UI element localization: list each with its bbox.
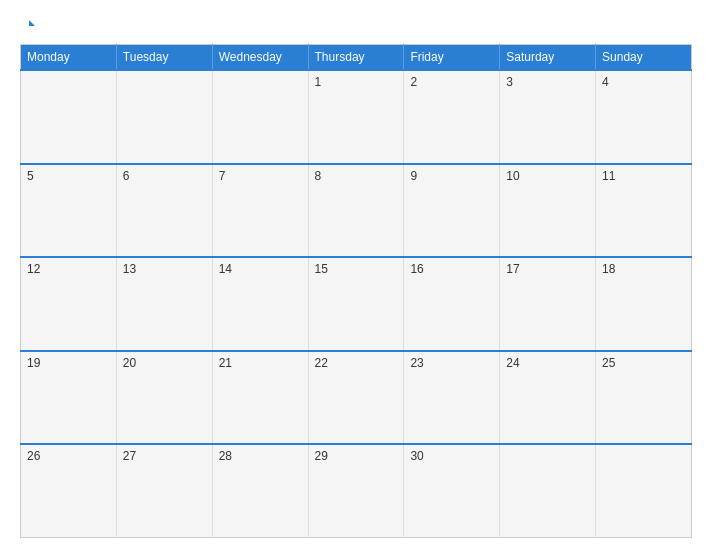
calendar-cell: 25	[596, 351, 692, 445]
day-number: 1	[315, 75, 322, 89]
calendar-cell: 9	[404, 164, 500, 258]
day-number: 8	[315, 169, 322, 183]
calendar-cell: 18	[596, 257, 692, 351]
calendar-cell	[212, 70, 308, 164]
day-number: 5	[27, 169, 34, 183]
day-number: 29	[315, 449, 328, 463]
day-number: 24	[506, 356, 519, 370]
day-number: 21	[219, 356, 232, 370]
calendar-cell: 29	[308, 444, 404, 538]
calendar-cell: 30	[404, 444, 500, 538]
day-number: 20	[123, 356, 136, 370]
calendar-cell: 8	[308, 164, 404, 258]
day-number: 9	[410, 169, 417, 183]
weekday-header-tuesday: Tuesday	[116, 45, 212, 71]
logo-flag-icon	[21, 18, 37, 34]
calendar-cell	[596, 444, 692, 538]
calendar-cell: 5	[21, 164, 117, 258]
weekday-header-wednesday: Wednesday	[212, 45, 308, 71]
day-number: 14	[219, 262, 232, 276]
weekday-header-saturday: Saturday	[500, 45, 596, 71]
calendar-cell: 27	[116, 444, 212, 538]
calendar-cell: 26	[21, 444, 117, 538]
day-number: 2	[410, 75, 417, 89]
weekday-header-sunday: Sunday	[596, 45, 692, 71]
calendar-week-4: 19202122232425	[21, 351, 692, 445]
day-number: 30	[410, 449, 423, 463]
calendar-cell: 19	[21, 351, 117, 445]
day-number: 23	[410, 356, 423, 370]
day-number: 3	[506, 75, 513, 89]
day-number: 11	[602, 169, 615, 183]
weekday-header-monday: Monday	[21, 45, 117, 71]
calendar-cell: 3	[500, 70, 596, 164]
day-number: 15	[315, 262, 328, 276]
calendar-cell	[21, 70, 117, 164]
weekday-header-friday: Friday	[404, 45, 500, 71]
day-number: 10	[506, 169, 519, 183]
day-number: 22	[315, 356, 328, 370]
day-number: 27	[123, 449, 136, 463]
calendar-week-5: 2627282930	[21, 444, 692, 538]
calendar-cell: 16	[404, 257, 500, 351]
calendar-cell: 17	[500, 257, 596, 351]
calendar-cell: 21	[212, 351, 308, 445]
calendar-week-3: 12131415161718	[21, 257, 692, 351]
day-number: 12	[27, 262, 40, 276]
day-number: 13	[123, 262, 136, 276]
day-number: 18	[602, 262, 615, 276]
svg-marker-0	[29, 20, 35, 26]
logo	[20, 18, 37, 34]
header	[20, 18, 692, 34]
calendar-week-2: 567891011	[21, 164, 692, 258]
calendar-cell: 7	[212, 164, 308, 258]
calendar-cell: 28	[212, 444, 308, 538]
calendar-cell: 6	[116, 164, 212, 258]
calendar-cell: 1	[308, 70, 404, 164]
day-number: 19	[27, 356, 40, 370]
weekday-header-thursday: Thursday	[308, 45, 404, 71]
day-number: 17	[506, 262, 519, 276]
calendar-cell: 14	[212, 257, 308, 351]
page: MondayTuesdayWednesdayThursdayFridaySatu…	[0, 0, 712, 550]
calendar-week-1: 1234	[21, 70, 692, 164]
calendar-cell: 24	[500, 351, 596, 445]
day-number: 6	[123, 169, 130, 183]
calendar-cell: 20	[116, 351, 212, 445]
calendar-cell: 10	[500, 164, 596, 258]
calendar-table: MondayTuesdayWednesdayThursdayFridaySatu…	[20, 44, 692, 538]
calendar-cell: 4	[596, 70, 692, 164]
calendar-cell	[116, 70, 212, 164]
calendar-cell: 11	[596, 164, 692, 258]
calendar-cell	[500, 444, 596, 538]
calendar-cell: 12	[21, 257, 117, 351]
calendar-cell: 13	[116, 257, 212, 351]
day-number: 7	[219, 169, 226, 183]
calendar-cell: 15	[308, 257, 404, 351]
day-number: 4	[602, 75, 609, 89]
day-number: 16	[410, 262, 423, 276]
day-number: 28	[219, 449, 232, 463]
day-number: 26	[27, 449, 40, 463]
day-number: 25	[602, 356, 615, 370]
days-header-row: MondayTuesdayWednesdayThursdayFridaySatu…	[21, 45, 692, 71]
calendar-cell: 23	[404, 351, 500, 445]
calendar-cell: 22	[308, 351, 404, 445]
calendar-cell: 2	[404, 70, 500, 164]
